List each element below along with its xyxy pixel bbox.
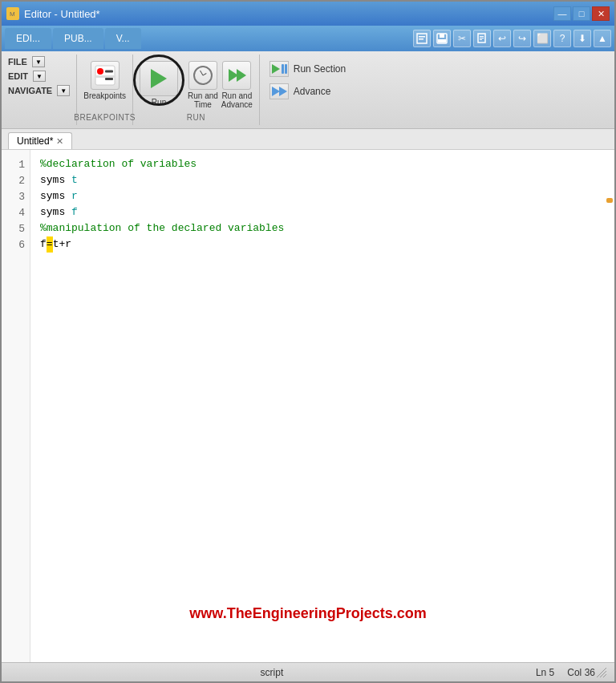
app-icon: M — [6, 7, 19, 20]
toolbar-icon-3[interactable]: ✂ — [453, 30, 471, 47]
line-num-5: 5 — [2, 220, 30, 236]
svg-rect-3 — [419, 36, 425, 38]
svg-rect-11 — [480, 39, 482, 40]
run-section-area: Run Section Advance — [260, 55, 355, 125]
run-section-label-text: Run Section — [294, 63, 346, 75]
svg-rect-20 — [282, 64, 284, 74]
undo-button[interactable]: ↩ — [493, 30, 511, 47]
run-section-button[interactable]: Run Section — [266, 59, 349, 79]
toolbar-icon-7[interactable]: ⬜ — [533, 30, 551, 47]
redo-button[interactable]: ↪ — [513, 30, 531, 47]
code-area[interactable]: 1 2 3 4 5 6 %declaration of variables sy… — [2, 150, 614, 662]
nav-navigate-row: NAVIGATE ▼ — [8, 85, 70, 96]
status-type: script — [8, 667, 536, 678]
svg-rect-6 — [440, 34, 444, 38]
tab-v[interactable]: V... — [105, 28, 141, 49]
code-content[interactable]: %declaration of variables syms t syms r … — [30, 150, 614, 662]
run-play-triangle — [151, 69, 167, 88]
nav-edit-row: EDIT ▼ — [8, 71, 70, 82]
toolbar-icon-4[interactable] — [473, 30, 491, 47]
svg-rect-15 — [95, 75, 115, 78]
svg-rect-16 — [105, 78, 113, 80]
breakpoints-button[interactable]: Breakpoints — [83, 61, 126, 100]
line-num-6: 6 — [2, 236, 30, 253]
nav-file-label: FILE — [8, 57, 27, 67]
editor-tabs: Untitled* ✕ — [2, 129, 614, 150]
tab-edi[interactable]: EDI... — [5, 28, 51, 49]
code-text-6a: f — [40, 236, 47, 253]
run-advance-label: Run andAdvance — [221, 91, 253, 109]
tab-pub[interactable]: PUB... — [53, 28, 103, 49]
toolbar-breakpoints-section: Breakpoints BREAKPOINTS — [77, 55, 133, 125]
code-line-3: syms r — [40, 188, 605, 204]
nav-navigate-arrow[interactable]: ▼ — [57, 85, 70, 96]
editor-container: Untitled* ✕ 1 2 3 4 5 6 %declaration of … — [2, 129, 614, 662]
nav-file-arrow[interactable]: ▼ — [32, 56, 45, 67]
tab-bar: EDI... PUB... V... ✂ ↩ ↪ ⬜ ? ⬇ ▲ — [2, 26, 614, 51]
svg-marker-22 — [272, 87, 280, 96]
svg-text:M: M — [10, 10, 15, 18]
tab-toolbar-icons: ✂ ↩ ↪ ⬜ ? ⬇ ▲ — [413, 30, 611, 47]
close-button[interactable]: ✕ — [592, 6, 610, 21]
line-num-4: 4 — [2, 204, 30, 220]
svg-rect-10 — [480, 38, 484, 38]
toolbar-run-section: Run Run andTime — [133, 55, 260, 125]
run-button[interactable]: Run — [140, 61, 178, 109]
svg-line-25 — [600, 671, 606, 677]
code-text-3b: r — [71, 188, 78, 204]
run-label: Run — [152, 98, 166, 107]
status-ln: Ln 5 — [536, 667, 554, 678]
nav-file-row: FILE ▼ — [8, 56, 70, 67]
breakpoints-btns: Breakpoints — [83, 61, 126, 100]
cursor-position: = — [47, 236, 53, 253]
svg-rect-21 — [285, 64, 287, 74]
advance-button[interactable]: Advance — [266, 82, 349, 101]
clock-icon — [193, 66, 213, 85]
code-text-2b: t — [71, 172, 78, 188]
svg-marker-18 — [237, 69, 246, 82]
svg-point-13 — [97, 68, 103, 75]
toolbar-icon-save[interactable] — [433, 30, 451, 47]
code-text-1: %declaration of variables — [40, 156, 197, 172]
code-text-6b: t+r — [53, 236, 71, 253]
run-advance-button[interactable]: Run andAdvance — [221, 61, 253, 109]
code-line-2: syms t — [40, 172, 605, 188]
run-time-label: Run andTime — [188, 91, 218, 109]
main-window: M Editor - Untitled* — □ ✕ EDI... PUB...… — [0, 0, 616, 683]
code-text-3a: syms — [40, 188, 71, 204]
toolbar-nav: FILE ▼ EDIT ▼ NAVIGATE ▼ — [2, 55, 77, 125]
breakpoints-section-label: BREAKPOINTS — [74, 113, 136, 122]
editor-tab-name: Untitled* — [17, 135, 53, 147]
line-numbers: 1 2 3 4 5 6 — [2, 150, 30, 662]
editor-tab-untitled[interactable]: Untitled* ✕ — [8, 132, 72, 149]
nav-edit-label: EDIT — [8, 71, 28, 81]
run-icon — [140, 61, 178, 96]
run-time-button[interactable]: Run andTime — [188, 61, 218, 109]
run-section-icon — [270, 61, 289, 77]
code-text-4b: f — [71, 204, 78, 220]
toolbar-icon-10[interactable]: ▲ — [594, 30, 611, 47]
toolbar-icon-9[interactable]: ⬇ — [573, 30, 591, 47]
svg-rect-7 — [438, 39, 446, 42]
advance-label: Advance — [294, 86, 331, 97]
breakpoints-label: Breakpoints — [83, 91, 126, 100]
editor-tab-close[interactable]: ✕ — [56, 136, 63, 147]
minimize-button[interactable]: — — [553, 6, 571, 21]
toolbar-icon-1[interactable] — [413, 30, 431, 47]
run-advance-icon — [222, 61, 251, 90]
code-line-5: %manipulation of the declared variables — [40, 220, 605, 236]
nav-navigate-label: NAVIGATE — [8, 86, 52, 95]
line-num-1: 1 — [2, 156, 30, 172]
maximize-button[interactable]: □ — [573, 6, 590, 21]
svg-rect-9 — [480, 36, 484, 37]
clock-hand-min — [203, 73, 207, 75]
status-resize-grip — [595, 666, 608, 679]
breakpoints-icon — [91, 61, 120, 90]
code-line-6: f=t+r — [40, 236, 605, 253]
advance-icon — [270, 83, 289, 99]
status-bar: script Ln 5 Col 36 — [2, 662, 614, 681]
help-button[interactable]: ? — [553, 30, 571, 47]
nav-edit-arrow[interactable]: ▼ — [33, 71, 46, 82]
window-title: Editor - Untitled* — [24, 8, 100, 20]
title-bar-left: M Editor - Untitled* — [6, 7, 100, 20]
